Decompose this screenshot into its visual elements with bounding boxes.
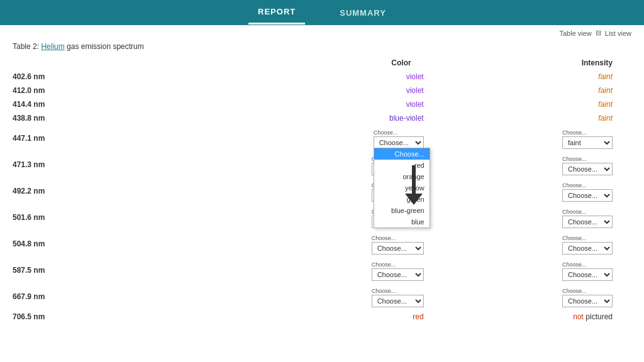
arrow-head — [405, 194, 423, 205]
intensity-cell: faint — [449, 84, 644, 97]
choose-label: Choose... — [562, 129, 587, 136]
color-select[interactable]: Choose... — [374, 136, 424, 149]
choose-label: Choose... — [562, 182, 587, 189]
wavelength-col-header — [0, 56, 117, 70]
view-toggle-bar: Table view ⊟ List view — [0, 25, 644, 41]
opt-blue[interactable]: blue — [374, 216, 430, 228]
intensity-select[interactable]: Choose... faint moderate bright — [562, 268, 613, 281]
intensity-dropdown-wrapper[interactable]: Choose... Choose... faint moderate brigh… — [562, 209, 613, 228]
tab-summary[interactable]: SUMMARY — [330, 2, 396, 24]
intensity-select[interactable]: Choose... faint moderate bright — [562, 295, 613, 307]
color-value: violet — [406, 86, 424, 95]
color-col-header: Color — [117, 56, 449, 70]
color-value: blue-violet — [389, 114, 424, 123]
color-dropdown-open[interactable]: Choose... Choose... Choose... red orange… — [374, 128, 424, 149]
table-row: 412.0 nmvioletfaint — [0, 84, 644, 97]
intensity-cell: faint — [449, 97, 644, 111]
intensity-value: faint — [598, 100, 613, 109]
choose-label: Choose... — [374, 129, 398, 136]
intensity-cell[interactable]: Choose... Choose... faint moderate brigh… — [449, 178, 644, 204]
color-dropdown-wrapper[interactable]: Choose... Choose... red orange yellow gr… — [372, 288, 424, 307]
intensity-dropdown-wrapper[interactable]: Choose... Choose... faint moderate brigh… — [562, 182, 613, 202]
table-view-label[interactable]: Table view — [559, 30, 591, 37]
choose-label: Choose... — [562, 156, 587, 162]
wavelength-cell: 412.0 nm — [0, 84, 117, 97]
wavelength-cell: 501.6 nm — [0, 204, 117, 231]
table-row: 447.1 nm Choose... Choose... Choose... r… — [0, 125, 644, 151]
intensity-value: faint — [598, 86, 613, 95]
intensity-select[interactable]: Choose... faint moderate bright — [562, 242, 613, 255]
title-prefix: Table 2: — [13, 42, 39, 51]
intensity-select[interactable]: faint moderate bright — [562, 136, 613, 149]
intensity-cell[interactable]: Choose... Choose... faint moderate brigh… — [449, 283, 644, 310]
color-select[interactable]: Choose... red orange yellow green blue-g… — [372, 295, 424, 307]
color-cell: violet — [117, 84, 449, 97]
wavelength-cell: 438.8 nm — [0, 111, 117, 125]
intensity-value: faint — [598, 114, 613, 123]
intensity-cell: not pictured — [449, 310, 644, 324]
toggle-icon[interactable]: ⊟ — [596, 29, 601, 37]
intensity-dropdown-wrapper[interactable]: Choose... Choose... faint moderate brigh… — [562, 235, 613, 255]
choose-label: Choose... — [562, 288, 587, 294]
intensity-dropdown-wrapper[interactable]: Choose... Choose... faint moderate brigh… — [562, 288, 613, 307]
color-cell[interactable]: Choose... Choose... Choose... red orange… — [117, 125, 449, 151]
color-value: red — [413, 312, 423, 321]
color-value: violet — [406, 100, 424, 109]
color-dropdown-wrapper[interactable]: Choose... Choose... red orange yellow gr… — [372, 235, 424, 255]
intensity-cell: faint — [449, 70, 644, 84]
wavelength-cell: 402.6 nm — [0, 70, 117, 84]
wavelength-cell: 667.9 nm — [0, 283, 117, 310]
choose-label: Choose... — [562, 261, 587, 268]
wavelength-cell: 706.5 nm — [0, 310, 117, 324]
table-row: 706.5 nmrednot pictured — [0, 310, 644, 324]
table-title: Table 2: Helium gas emission spectrum — [0, 41, 644, 56]
helium-link[interactable]: Helium — [41, 42, 64, 51]
table-row: 492.2 nm Choose... Choose... red orange … — [0, 178, 644, 204]
intensity-value: faint — [598, 72, 613, 81]
color-value: violet — [406, 72, 424, 81]
color-cell: red — [117, 310, 449, 324]
wavelength-cell: 447.1 nm — [0, 125, 117, 151]
intensity-select[interactable]: Choose... faint moderate bright — [562, 189, 613, 202]
wavelength-cell: 471.3 nm — [0, 151, 117, 178]
intensity-cell[interactable]: Choose... Choose... faint moderate brigh… — [449, 204, 644, 231]
color-cell: violet — [117, 97, 449, 111]
color-cell[interactable]: Choose... Choose... red orange yellow gr… — [117, 231, 449, 257]
arrow-indicator — [405, 165, 423, 205]
intensity-select[interactable]: Choose... faint moderate bright — [562, 216, 613, 228]
wavelength-cell: 492.2 nm — [0, 178, 117, 204]
intensity-select[interactable]: Choose... faint moderate bright — [562, 163, 613, 175]
table-row: 471.3 nm Choose... Choose... red orange … — [0, 151, 644, 178]
spectrum-table: Color Intensity 402.6 nmvioletfaint412.0… — [0, 56, 644, 324]
intensity-cell[interactable]: Choose... Choose... faint moderate brigh… — [449, 231, 644, 257]
intensity-col-header: Intensity — [449, 56, 644, 70]
intensity-cell[interactable]: Choose... faint moderate bright — [449, 125, 644, 151]
color-cell[interactable]: Choose... Choose... red orange yellow gr… — [117, 283, 449, 310]
color-cell: violet — [117, 70, 449, 84]
color-cell[interactable]: Choose... Choose... red orange yellow gr… — [117, 257, 449, 283]
table-row: 504.8 nm Choose... Choose... red orange … — [0, 231, 644, 257]
color-cell: blue-violet — [117, 111, 449, 125]
color-select[interactable]: Choose... red orange yellow green blue-g… — [372, 268, 424, 281]
choose-label: Choose... — [372, 288, 396, 294]
color-select[interactable]: Choose... red orange yellow green blue-g… — [372, 242, 424, 255]
choose-label: Choose... — [562, 235, 587, 241]
intensity-cell[interactable]: Choose... Choose... faint moderate brigh… — [449, 257, 644, 283]
intensity-dropdown-wrapper[interactable]: Choose... Choose... faint moderate brigh… — [562, 261, 613, 281]
intensity-cell[interactable]: Choose... Choose... faint moderate brigh… — [449, 151, 644, 178]
intensity-dropdown-wrapper[interactable]: Choose... faint moderate bright — [562, 129, 613, 149]
table-row: 667.9 nm Choose... Choose... red orange … — [0, 283, 644, 310]
color-dropdown-wrapper[interactable]: Choose... Choose... red orange yellow gr… — [372, 261, 424, 281]
list-view-label[interactable]: List view — [605, 30, 631, 37]
tab-report[interactable]: REPORT — [248, 1, 305, 25]
opt-blue-green[interactable]: blue-green — [374, 205, 430, 216]
table-row: 501.6 nm Choose... Choose... red orange … — [0, 204, 644, 231]
table-row: 587.5 nm Choose... Choose... red orange … — [0, 257, 644, 283]
top-navigation: REPORT SUMMARY — [0, 0, 644, 25]
wavelength-cell: 504.8 nm — [0, 231, 117, 257]
choose-label: Choose... — [562, 209, 587, 215]
arrow-shaft — [412, 165, 416, 194]
choose-label: Choose... — [372, 261, 396, 268]
intensity-dropdown-wrapper[interactable]: Choose... Choose... faint moderate brigh… — [562, 156, 613, 175]
opt-choose[interactable]: Choose... — [374, 148, 430, 160]
